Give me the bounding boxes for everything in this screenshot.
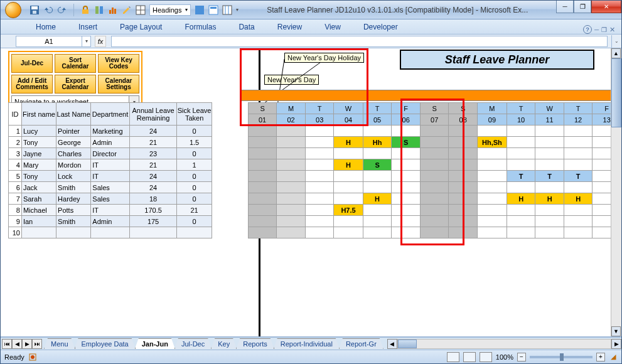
mdi-close-icon[interactable]: ✕ (609, 26, 615, 34)
cal-cell[interactable] (420, 182, 449, 193)
add-edit-comments-button[interactable]: Add / Edit Comments (11, 75, 53, 94)
cal-cell[interactable]: T (564, 171, 593, 182)
cal-cell[interactable] (392, 205, 421, 216)
cal-cell[interactable] (248, 216, 277, 227)
hscroll-thumb[interactable] (398, 340, 417, 348)
cal-cell[interactable] (507, 205, 535, 216)
cal-cell[interactable] (420, 137, 449, 148)
cal-cell[interactable] (305, 148, 334, 159)
export-calendar-button[interactable]: Export Calendar (55, 75, 96, 94)
cal-cell[interactable] (535, 148, 564, 159)
cal-cell[interactable] (420, 216, 449, 227)
cal-cell[interactable] (449, 148, 478, 159)
cal-cell[interactable] (392, 216, 421, 227)
sheet-tab[interactable]: Report-Gr (339, 338, 383, 349)
ribbon-minimize-icon[interactable]: ─ (594, 26, 599, 33)
zoom-in-button[interactable]: + (596, 353, 605, 361)
cal-cell[interactable] (334, 193, 363, 205)
cal-cell[interactable] (449, 216, 478, 227)
tab-view[interactable]: View (319, 20, 346, 34)
cal-cell[interactable] (420, 159, 449, 171)
cal-cell[interactable] (392, 171, 421, 182)
name-box[interactable]: A1 ▾ (16, 36, 91, 47)
cal-cell[interactable] (248, 148, 277, 159)
horizontal-scrollbar[interactable]: ◀ ▶ (387, 339, 621, 349)
cal-cell[interactable] (248, 171, 277, 182)
sheet-tab[interactable]: Key (211, 338, 237, 349)
cal-cell[interactable] (248, 126, 277, 137)
cal-cell[interactable] (477, 159, 507, 171)
cal-cell[interactable]: S (363, 159, 392, 171)
cal-cell[interactable] (420, 227, 449, 238)
cal-cell[interactable]: Hh (363, 137, 392, 148)
view-key-codes-button[interactable]: View Key Codes (98, 54, 139, 73)
view-pagebreak-button[interactable] (480, 352, 492, 362)
cal-cell[interactable] (449, 137, 478, 148)
cal-cell[interactable] (507, 227, 535, 238)
cal-cell[interactable] (420, 126, 449, 137)
view-normal-icon[interactable] (195, 5, 205, 15)
resize-grip-icon[interactable]: ◢ (609, 353, 618, 361)
cal-cell[interactable] (363, 216, 392, 227)
cal-cell[interactable] (477, 205, 507, 216)
vertical-scrollbar[interactable]: ▲ ▼ (611, 48, 621, 336)
cal-cell[interactable] (277, 137, 306, 148)
help-icon[interactable]: ? (583, 25, 592, 34)
cal-cell[interactable] (420, 205, 449, 216)
cal-cell[interactable] (248, 159, 277, 171)
cal-cell[interactable] (248, 205, 277, 216)
scroll-right-icon[interactable]: ▶ (611, 339, 621, 349)
cal-cell[interactable] (392, 126, 421, 137)
tab-page-layout[interactable]: Page Layout (115, 20, 167, 34)
cal-cell[interactable]: H (535, 193, 564, 205)
calendar-settings-button[interactable]: Calendar Settings (98, 75, 139, 94)
redo-icon[interactable] (57, 5, 67, 15)
cal-cell[interactable] (564, 148, 593, 159)
cal-cell[interactable]: T (535, 171, 564, 182)
tab-nav-first-icon[interactable]: ⏮ (2, 339, 12, 349)
cal-cell[interactable]: T (507, 171, 535, 182)
cal-cell[interactable] (564, 216, 593, 227)
cal-cell[interactable]: H (334, 137, 363, 148)
cal-cell[interactable] (564, 227, 593, 238)
cal-cell[interactable] (535, 137, 564, 148)
scroll-up-icon[interactable]: ▲ (611, 48, 621, 58)
cal-cell[interactable] (392, 193, 421, 205)
name-box-dropdown-icon[interactable]: ▾ (82, 36, 90, 46)
formula-input[interactable] (111, 36, 608, 47)
cal-cell[interactable] (305, 182, 334, 193)
cal-cell[interactable] (507, 159, 535, 171)
cal-cell[interactable] (392, 159, 421, 171)
cal-cell[interactable] (535, 159, 564, 171)
cal-cell[interactable] (564, 159, 593, 171)
cal-cell[interactable] (420, 193, 449, 205)
cal-cell[interactable] (507, 182, 535, 193)
cal-cell[interactable] (564, 182, 593, 193)
sort-calendar-button[interactable]: Sort Calendar (55, 54, 96, 73)
cal-cell[interactable]: H (363, 193, 392, 205)
cal-cell[interactable] (277, 159, 306, 171)
cal-cell[interactable] (277, 205, 306, 216)
cal-cell[interactable] (507, 137, 535, 148)
cal-cell[interactable] (305, 137, 334, 148)
cal-cell[interactable] (305, 171, 334, 182)
fx-button[interactable]: fx (95, 36, 106, 47)
cal-cell[interactable] (277, 193, 306, 205)
cal-cell[interactable] (535, 227, 564, 238)
cal-cell[interactable] (477, 126, 507, 137)
minimize-button[interactable]: ─ (556, 1, 574, 13)
tools-icon[interactable] (94, 5, 104, 15)
cal-cell[interactable] (305, 159, 334, 171)
cal-cell[interactable] (420, 171, 449, 182)
cal-cell[interactable] (449, 126, 478, 137)
cal-cell[interactable] (277, 126, 306, 137)
cal-cell[interactable] (449, 227, 478, 238)
cal-cell[interactable]: H (507, 193, 535, 205)
cal-cell[interactable] (535, 205, 564, 216)
zoom-slider[interactable] (530, 356, 593, 358)
cal-cell[interactable] (363, 205, 392, 216)
cal-cell[interactable] (277, 216, 306, 227)
mdi-restore-icon[interactable]: ❐ (601, 26, 607, 33)
cal-cell[interactable] (248, 137, 277, 148)
cal-cell[interactable]: H7.5 (334, 205, 363, 216)
